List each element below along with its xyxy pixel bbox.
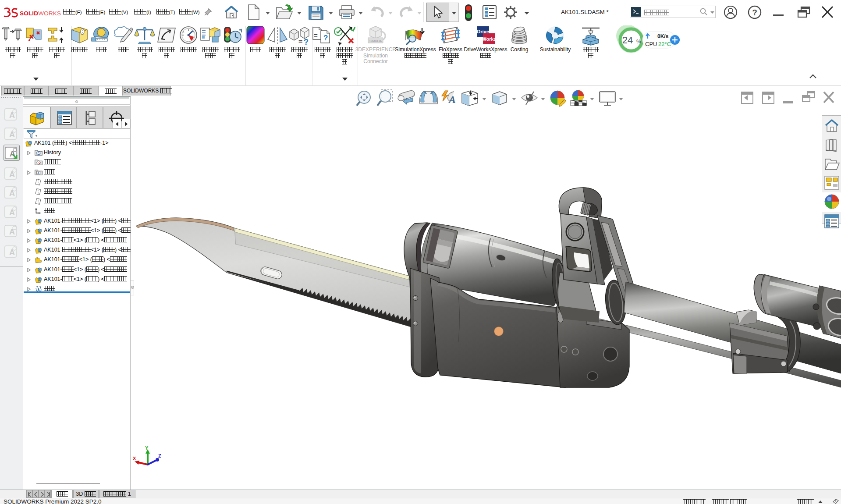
- svg-text:A: A: [9, 208, 15, 217]
- svg-text:Y: Y: [145, 445, 149, 451]
- svg-text:A: A: [9, 170, 15, 179]
- svg-text:?: ?: [752, 8, 757, 17]
- svg-text:A: A: [448, 94, 456, 105]
- svg-text:A: A: [9, 130, 15, 139]
- svg-text:A: A: [37, 171, 39, 174]
- svg-text:Works: Works: [482, 36, 496, 42]
- svg-text:CPU: CPU: [645, 41, 657, 47]
- svg-text:%: %: [636, 39, 641, 45]
- svg-text:22°C: 22°C: [658, 41, 671, 47]
- svg-text:0K/s: 0K/s: [657, 33, 669, 39]
- svg-text:=: =: [314, 32, 318, 39]
- svg-text:24: 24: [622, 35, 633, 46]
- svg-text:A: A: [9, 189, 15, 198]
- svg-text:X: X: [133, 456, 136, 461]
- svg-text:SOLIDWORKS: SOLIDWORKS: [20, 10, 61, 17]
- svg-text:A: A: [9, 111, 15, 120]
- svg-text:Z: Z: [158, 453, 161, 458]
- svg-text:A: A: [9, 248, 15, 257]
- svg-text:SIMULIA: SIMULIA: [369, 39, 382, 43]
- svg-text:A: A: [9, 227, 15, 236]
